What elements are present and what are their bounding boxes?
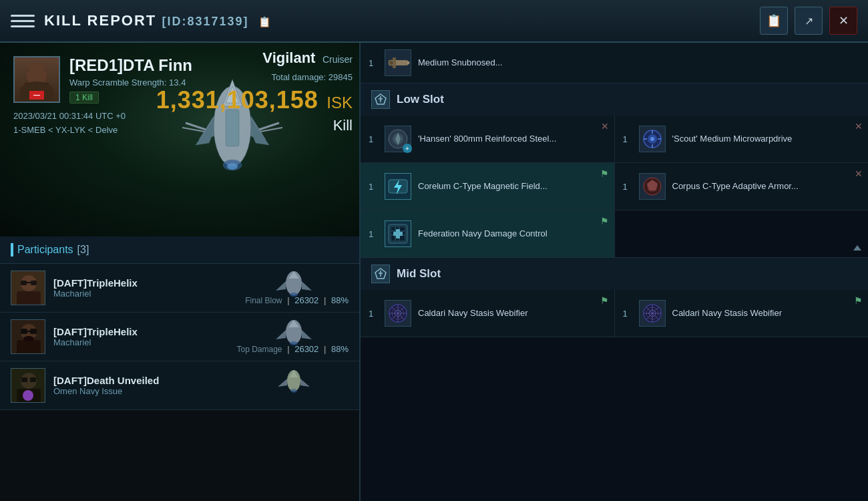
top-item-row: 1 Medium Snubnosed... — [361, 43, 868, 84]
participant-avatar — [11, 368, 45, 403]
item-dropped: ✕ — [601, 121, 609, 132]
export-icon: ↗ — [805, 15, 813, 27]
isk-row: 1,331,103,158 ISK — [156, 86, 353, 114]
svg-point-56 — [389, 60, 394, 65]
svg-rect-16 — [27, 70, 35, 75]
svg-rect-47 — [30, 377, 36, 382]
svg-marker-57 — [853, 245, 861, 251]
mid-slot-section: Mid Slot 1 — [361, 258, 868, 337]
low-slot-label: Low Slot — [397, 93, 444, 106]
svg-marker-51 — [300, 379, 310, 387]
participant-info: [DAFT]TripleHelix Machariel — [53, 277, 138, 299]
svg-marker-54 — [407, 60, 410, 65]
item-icon — [639, 173, 666, 200]
participant-ship-icon — [266, 269, 322, 297]
item-person-icon: ⚑ — [600, 168, 609, 179]
item-qty: 1 — [369, 58, 378, 68]
svg-marker-28 — [276, 281, 286, 291]
svg-rect-83 — [393, 232, 403, 236]
participant-name: [DAFT]TripleHelix — [53, 326, 138, 337]
item-icon — [385, 300, 411, 327]
participant-ship-icon — [266, 367, 322, 395]
list-item: 1 Caldari Navy Stasis Webifier — [615, 290, 869, 337]
export-button[interactable]: ↗ — [795, 7, 823, 35]
svg-point-19 — [31, 77, 43, 85]
item-icon — [385, 173, 411, 200]
low-slot-items: 1 + 'Hansen' 800mm Reinforced Steel... ✕ — [361, 116, 868, 257]
participant-info: [DAFT]Death Unveiled Omen Navy Issue — [53, 375, 159, 396]
list-item[interactable]: [DAFT]Death Unveiled Omen Navy Issue — [0, 361, 359, 410]
participant-list: [DAFT]TripleHelix Machariel Final Blow — [0, 264, 359, 501]
participant-role: Final Blow — [245, 296, 282, 305]
item-qty: 1 — [623, 309, 632, 319]
svg-point-5 — [227, 163, 238, 170]
svg-rect-33 — [17, 340, 41, 354]
participant-percent: 88% — [331, 344, 349, 354]
item-icon — [385, 220, 411, 247]
total-damage-value: 29845 — [329, 72, 353, 82]
svg-marker-41 — [302, 330, 312, 339]
item-qty: 1 — [369, 134, 378, 144]
ship-class: Cruiser — [322, 54, 353, 65]
item-qty: 1 — [623, 182, 632, 192]
svg-rect-24 — [31, 281, 37, 285]
svg-rect-35 — [30, 329, 37, 334]
list-item: 1 Corpus C-Type Adaptive Armor... ✕ — [615, 163, 869, 210]
header-bar — [11, 243, 13, 257]
copy-icon: 📋 — [258, 16, 272, 27]
participants-header: Participants [3] — [0, 236, 359, 264]
participant-ship-icon — [266, 318, 322, 346]
alliance-badge — [23, 390, 33, 401]
avatar-badge: — — [29, 91, 44, 100]
participant-ship: Machariel — [53, 337, 138, 347]
item-name: Federation Navy Damage Control — [418, 228, 606, 240]
svg-rect-22 — [17, 291, 41, 305]
ship-name-display: Vigilant Cruiser — [156, 49, 353, 67]
mid-slot-header: Mid Slot — [361, 258, 868, 290]
svg-point-14 — [27, 63, 47, 83]
list-item: 1 'Scout' Medium Micro — [615, 116, 869, 162]
copy-button[interactable]: 📋 — [760, 7, 788, 35]
item-icon — [385, 49, 411, 76]
item-qty: 1 — [369, 182, 378, 192]
menu-button[interactable] — [11, 9, 35, 33]
participants-count: [3] — [77, 244, 89, 256]
title-text: KILL REPORT — [44, 12, 156, 29]
item-icon — [639, 300, 666, 327]
close-icon: ✕ — [839, 13, 849, 28]
svg-rect-34 — [21, 329, 27, 334]
page-title: KILL REPORT [ID:8317139] 📋 — [44, 12, 760, 29]
ship-name: Vigilant — [262, 49, 315, 66]
victim-hero: — [RED1]DTA Finn Warp Scramble Strength:… — [0, 43, 359, 236]
list-item[interactable]: [DAFT]TripleHelix Machariel Top Damage | — [0, 313, 359, 361]
list-item: 1 Caldari Navy Stasis — [361, 290, 614, 337]
victim-avatar: — — [13, 56, 60, 103]
empty-cell — [615, 210, 869, 257]
item-person-icon: ⚑ — [600, 295, 609, 306]
left-panel: — [RED1]DTA Finn Warp Scramble Strength:… — [0, 43, 361, 501]
header-actions: 📋 ↗ ✕ — [760, 7, 857, 35]
list-item[interactable]: [DAFT]TripleHelix Machariel Final Blow — [0, 264, 359, 313]
item-icon — [639, 126, 666, 152]
main-content: — [RED1]DTA Finn Warp Scramble Strength:… — [0, 43, 868, 501]
svg-point-37 — [23, 336, 34, 341]
kills-count: 1 Kill — [69, 92, 99, 104]
clipboard-icon: 📋 — [767, 13, 781, 28]
item-name: Corpus C-Type Adaptive Armor... — [672, 180, 861, 192]
fitting-panel: 1 Medium Snubnosed... — [361, 43, 868, 501]
participant-percent: 88% — [331, 295, 349, 305]
item-person-icon: ⚑ — [854, 295, 863, 306]
participant-ship: Omen Navy Issue — [53, 386, 159, 396]
svg-rect-46 — [21, 377, 27, 382]
item-person-icon: ⚑ — [600, 216, 609, 226]
item-name: 'Hansen' 800mm Reinforced Steel... — [418, 133, 606, 145]
low-slot-icon — [371, 90, 390, 109]
svg-marker-50 — [278, 379, 287, 387]
svg-marker-40 — [276, 330, 286, 339]
close-button[interactable]: ✕ — [829, 7, 857, 35]
participant-stats: Top Damage | 26302 | 88% — [236, 344, 349, 354]
item-name: Caldari Navy Stasis Webifier — [418, 307, 606, 319]
mid-slot-label: Mid Slot — [397, 267, 441, 281]
list-item: 1 Corelum C-Type Magnetic Field... ⚑ — [361, 163, 614, 210]
svg-rect-23 — [21, 281, 27, 285]
